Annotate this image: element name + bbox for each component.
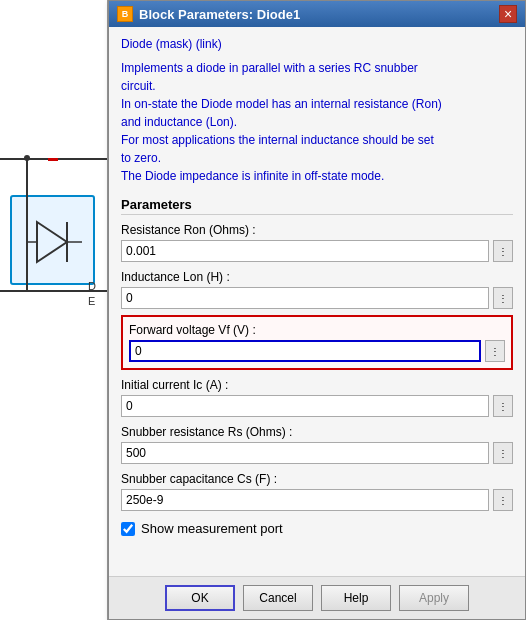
screen: D E B Block Parameters: Diode1 × Diode (…	[0, 0, 526, 620]
snubber-resistance-label: Snubber resistance Rs (Ohms) :	[121, 425, 513, 439]
forward-voltage-input[interactable]	[129, 340, 481, 362]
initial-current-label: Initial current Ic (A) :	[121, 378, 513, 392]
show-measurement-checkbox[interactable]	[121, 522, 135, 536]
dialog-icon: B	[117, 6, 133, 22]
diode-component	[10, 195, 95, 285]
resistance-ron-input[interactable]	[121, 240, 489, 262]
desc-line-5: For most applications the internal induc…	[121, 133, 434, 147]
desc-line-1: Implements a diode in parallel with a se…	[121, 61, 418, 75]
snubber-capacitance-input[interactable]	[121, 489, 489, 511]
initial-current-input[interactable]	[121, 395, 489, 417]
forward-voltage-row: ⋮	[129, 340, 505, 362]
wire-vertical-left	[26, 158, 28, 290]
ok-button[interactable]: OK	[165, 585, 235, 611]
show-measurement-label: Show measurement port	[141, 521, 283, 536]
snubber-capacitance-section: Snubber capacitance Cs (F) : ⋮	[121, 472, 513, 511]
dialog-title-text: Block Parameters: Diode1	[139, 7, 300, 22]
inductance-lon-input[interactable]	[121, 287, 489, 309]
dialog-content: Diode (mask) (link) Implements a diode i…	[109, 27, 525, 576]
label-e: E	[88, 295, 95, 307]
dialog-footer: OK Cancel Help Apply	[109, 576, 525, 619]
diagram-area: D E	[0, 0, 108, 620]
dialog-titlebar: B Block Parameters: Diode1 ×	[109, 1, 525, 27]
snubber-capacitance-row: ⋮	[121, 489, 513, 511]
initial-current-row: ⋮	[121, 395, 513, 417]
forward-voltage-section: Forward voltage Vf (V) : ⋮	[121, 315, 513, 370]
desc-line-2: circuit.	[121, 79, 156, 93]
wire-red	[48, 158, 58, 161]
apply-button[interactable]: Apply	[399, 585, 469, 611]
desc-line-3: In on-state the Diode model has an inter…	[121, 97, 442, 111]
cancel-button[interactable]: Cancel	[243, 585, 313, 611]
resistance-ron-section: Resistance Ron (Ohms) : ⋮	[121, 223, 513, 262]
parameters-header: Parameters	[121, 197, 513, 215]
snubber-resistance-input[interactable]	[121, 442, 489, 464]
inductance-lon-label: Inductance Lon (H) :	[121, 270, 513, 284]
resistance-ron-menu[interactable]: ⋮	[493, 240, 513, 262]
description: Implements a diode in parallel with a se…	[121, 59, 513, 185]
wire-right	[78, 158, 108, 160]
block-parameters-dialog: B Block Parameters: Diode1 × Diode (mask…	[108, 0, 526, 620]
forward-voltage-label: Forward voltage Vf (V) :	[129, 323, 505, 337]
resistance-ron-row: ⋮	[121, 240, 513, 262]
svg-marker-0	[37, 222, 67, 262]
inductance-lon-section: Inductance Lon (H) : ⋮	[121, 270, 513, 309]
snubber-capacitance-menu[interactable]: ⋮	[493, 489, 513, 511]
initial-current-section: Initial current Ic (A) : ⋮	[121, 378, 513, 417]
wire-top-right	[28, 158, 48, 160]
snubber-capacitance-label: Snubber capacitance Cs (F) :	[121, 472, 513, 486]
block-type-line: Diode (mask) (link)	[121, 37, 513, 51]
wire-mid	[58, 158, 78, 160]
wire-bottom	[0, 290, 108, 292]
desc-line-7: The Diode impedance is infinite in off-s…	[121, 169, 384, 183]
inductance-lon-row: ⋮	[121, 287, 513, 309]
desc-line-4: and inductance (Lon).	[121, 115, 237, 129]
desc-line-6: to zero.	[121, 151, 161, 165]
resistance-ron-label: Resistance Ron (Ohms) :	[121, 223, 513, 237]
checkbox-row: Show measurement port	[121, 521, 513, 536]
help-button[interactable]: Help	[321, 585, 391, 611]
snubber-resistance-row: ⋮	[121, 442, 513, 464]
titlebar-left: B Block Parameters: Diode1	[117, 6, 300, 22]
inductance-lon-menu[interactable]: ⋮	[493, 287, 513, 309]
forward-voltage-menu[interactable]: ⋮	[485, 340, 505, 362]
diagram-canvas: D E	[0, 0, 107, 620]
dialog-icon-label: B	[122, 9, 129, 19]
snubber-resistance-menu[interactable]: ⋮	[493, 442, 513, 464]
snubber-resistance-section: Snubber resistance Rs (Ohms) : ⋮	[121, 425, 513, 464]
initial-current-menu[interactable]: ⋮	[493, 395, 513, 417]
dialog-close-button[interactable]: ×	[499, 5, 517, 23]
